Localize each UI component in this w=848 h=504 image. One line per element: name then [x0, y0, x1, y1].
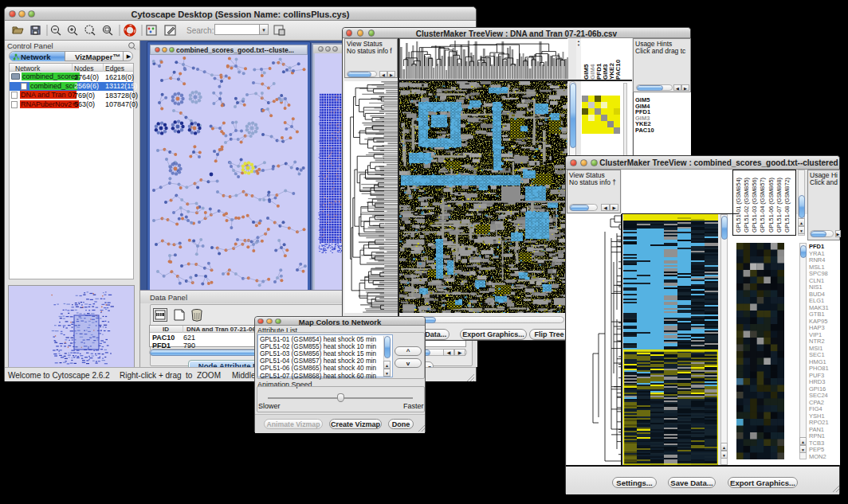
svg-text:GPL51-06 (GSM865): GPL51-06 (GSM865) — [768, 178, 775, 232]
svg-text:GPL51-07 (GSM868): GPL51-07 (GSM868) — [775, 178, 783, 232]
svg-text:PAC10: PAC10 — [614, 59, 622, 80]
svg-text:GPL51-02 (GSM855): GPL51-02 (GSM855) — [743, 178, 750, 232]
svg-text:GPL51-03 (GSM856): GPL51-03 (GSM856) — [751, 178, 758, 232]
svg-text:GPL51-01 (GSM854): GPL51-01 (GSM854) — [735, 178, 742, 232]
svg-text:GPL51-04 (GSM857): GPL51-04 (GSM857) — [759, 178, 766, 232]
svg-text:GPL51-08 (GSM872): GPL51-08 (GSM872) — [783, 178, 791, 232]
